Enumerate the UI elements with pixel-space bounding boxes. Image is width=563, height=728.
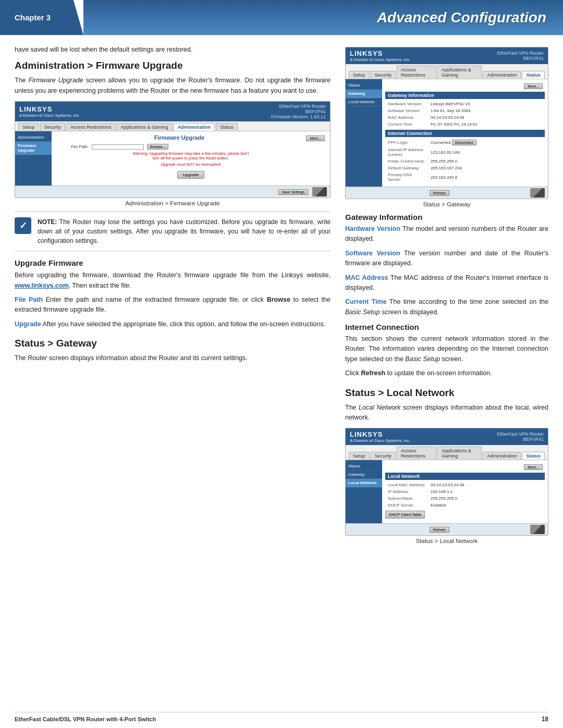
ss-gw-left-nav: Status Gateway Local Network <box>346 79 382 187</box>
ss-tab-status[interactable]: Status <box>216 123 238 131</box>
gateway-screenshot-caption: Status > Gateway <box>345 201 548 207</box>
upgrade-para: Upgrade After you have selected the appr… <box>15 319 331 329</box>
chapter-label: Chapter 3 <box>0 0 83 35</box>
ss-nav-firmware[interactable]: Firmware Upgrade <box>15 142 52 155</box>
table-row: PPP Login: Connected Disconnect <box>386 139 544 146</box>
ss-left-nav: Administration Firmware Upgrade <box>15 131 52 186</box>
ss-internet-conn-header: Internet Connection <box>385 130 545 137</box>
ss-footer: Save Settings <box>15 186 330 198</box>
upgrade-firmware-para1: Before upgrading the firmware, download … <box>15 270 331 291</box>
ss-internet-table: PPP Login: Connected Disconnect Internet… <box>385 138 545 183</box>
ss-file-path-row: File Path: Browse... <box>55 144 327 150</box>
ss-dhcp-table-button[interactable]: DHCP Client Table <box>385 511 425 519</box>
ss-firmware-content: More... Firmware Upgrade File Path: Brow… <box>52 131 330 186</box>
status-gateway-para: The Router screen displays information a… <box>15 353 331 363</box>
ss-local-footer: Refresh <box>346 523 548 535</box>
ss-disconnect-button[interactable]: Disconnect <box>452 140 476 145</box>
ss-ln-tab-admin[interactable]: Administration <box>483 452 521 460</box>
ss-file-path-label: File Path: <box>55 144 89 149</box>
ss-ln-refresh-button[interactable]: Refresh <box>430 527 450 533</box>
table-row: IP Address:192.168.1.1 <box>386 489 544 495</box>
ss-ln-tab-setup[interactable]: Setup <box>349 452 370 460</box>
note-text: NOTE: The Router may lose the settings y… <box>38 217 331 245</box>
upgrade-firmware-heading: Upgrade Firmware <box>15 258 331 267</box>
local-network-para: The Local Network screen displays inform… <box>345 403 548 423</box>
ss-gw-nav-gateway[interactable]: Gateway <box>346 90 382 98</box>
ss-cisco-logo <box>312 187 327 196</box>
note-label: NOTE: <box>38 218 57 226</box>
ss-ln-tab-security[interactable]: Security <box>371 452 396 460</box>
ss-ln-left-nav: Status Gateway Local Network <box>346 460 382 523</box>
table-row: Software Version:1.64.61, Sep 18 2003 <box>386 108 544 114</box>
local-network-screenshot-caption: Status > Local Network <box>345 538 548 544</box>
upgrade-term: Upgrade <box>15 320 41 328</box>
ss-gateway-body: Status Gateway Local Network More... Gat… <box>346 79 548 187</box>
hardware-version-para: Hardware Version The model and version n… <box>345 224 548 244</box>
page-title-area: Advanced Configuration <box>83 0 563 35</box>
ss-gw-more-button[interactable]: More... <box>524 83 543 89</box>
ss-gw-tab-admin[interactable]: Administration <box>483 71 521 79</box>
ss-ln-nav-local[interactable]: Local Network <box>346 479 382 487</box>
ss-nav-bar: Setup Security Access Restrictions Appli… <box>15 121 330 131</box>
ss-nav-admin: Administration <box>15 133 52 142</box>
ss-tab-setup[interactable]: Setup <box>18 123 39 131</box>
ss-caution-text: Upgrade must NOT be interrupted! <box>55 162 327 167</box>
current-time-term: Current Time <box>345 298 387 305</box>
ss-gateway-content: More... Gateway Information Hardware Ver… <box>382 79 548 187</box>
left-column: have saved will be lost when the default… <box>15 45 331 549</box>
ss-file-path-input[interactable] <box>92 144 144 150</box>
ss-ln-tab-apps[interactable]: Applications & Gaming <box>437 447 482 460</box>
ss-tab-security[interactable]: Security <box>40 123 66 131</box>
ss-gw-tab-access[interactable]: Access Restrictions <box>397 66 436 79</box>
ss-ln-tab-access[interactable]: Access Restrictions <box>397 447 436 460</box>
table-row: Subnet Mask:255.255.255.0 <box>386 496 544 501</box>
footer-left-text: EtherFast Cable/DSL VPN Router with 4-Po… <box>15 716 156 722</box>
hardware-version-term: Hardware Version <box>345 225 400 232</box>
ss-browse-button[interactable]: Browse... <box>147 144 168 150</box>
ss-local-logo: LINKSYSA Division of Cisco Systems, Inc. <box>350 430 410 443</box>
ss-tab-apps[interactable]: Applications & Gaming <box>117 123 173 131</box>
ss-firmware-title: Firmware Upgrade <box>55 134 327 141</box>
ss-gw-tab-security[interactable]: Security <box>371 71 396 79</box>
ss-warning-text: Warning: Upgrading firmware may take a f… <box>55 151 327 161</box>
ss-ln-more-button[interactable]: More... <box>524 464 543 470</box>
firmware-upgrade-heading: Administration > Firmware Upgrade <box>15 60 331 71</box>
ss-logo-sub: A Division of Cisco Systems, Inc. <box>19 113 80 118</box>
ss-upgrade-button[interactable]: Upgrade <box>177 171 205 179</box>
software-version-para: Software Version The version number and … <box>345 249 548 269</box>
file-path-para: File Path Enter the path and name of the… <box>15 295 331 315</box>
ss-gw-tab-apps[interactable]: Applications & Gaming <box>437 66 482 79</box>
ss-ln-tab-status[interactable]: Status <box>522 452 545 460</box>
ss-upgrade-row: Upgrade <box>55 169 327 181</box>
ss-gw-refresh-button[interactable]: Refresh <box>430 190 450 196</box>
local-network-heading: Status > Local Network <box>345 387 548 399</box>
ss-ln-nav-gateway[interactable]: Gateway <box>346 471 382 479</box>
table-row: MAC Address:00:14:23:03:24:38 <box>386 115 544 120</box>
ss-save-button[interactable]: Save Settings <box>278 189 308 195</box>
linksys-link[interactable]: www.linksys.com <box>15 282 69 289</box>
table-row: Default Gateway:205.163.197.234 <box>386 165 544 171</box>
ss-more-button[interactable]: More... <box>306 135 325 141</box>
ss-local-nav: Setup Security Access Restrictions Appli… <box>346 445 548 460</box>
ss-gateway-model: EtherFast VPN Router BEFVP41 <box>497 51 544 61</box>
ss-gw-nav-status: Status <box>346 81 382 90</box>
page-title: Advanced Configuration <box>377 9 546 26</box>
ss-gw-nav-local[interactable]: Local Network <box>346 98 382 106</box>
ss-gw-tab-status[interactable]: Status <box>522 71 545 79</box>
note-box: ✓ NOTE: The Router may lose the settings… <box>15 212 331 251</box>
ss-tab-admin[interactable]: Administration <box>174 123 215 131</box>
current-time-para: Current Time The time according to the t… <box>345 297 548 317</box>
gateway-info-heading: Gateway Information <box>345 213 548 221</box>
ss-logo: LINKSYSA Division of Cisco Systems, Inc. <box>19 105 80 118</box>
firmware-upgrade-screenshot: LINKSYSA Division of Cisco Systems, Inc.… <box>15 101 331 198</box>
ss-local-info-table: Local MAC Address:00:14:23:03:24:38 IP A… <box>385 481 545 509</box>
ss-local-info-header: Local Network <box>385 473 545 480</box>
ss-gw-tab-setup[interactable]: Setup <box>349 71 370 79</box>
ss-tab-access[interactable]: Access Restrictions <box>66 123 116 131</box>
table-row: Primary DNS Server:202.163.245.6 <box>386 172 544 182</box>
footer-page-number: 18 <box>542 715 548 723</box>
internet-connection-para2: Click Refresh to update the on-screen in… <box>345 368 548 378</box>
software-version-term: Software Version <box>345 250 400 257</box>
table-row: Public Control Host:255.255.255.0 <box>386 158 544 164</box>
ss-body: Administration Firmware Upgrade More... … <box>15 131 330 186</box>
